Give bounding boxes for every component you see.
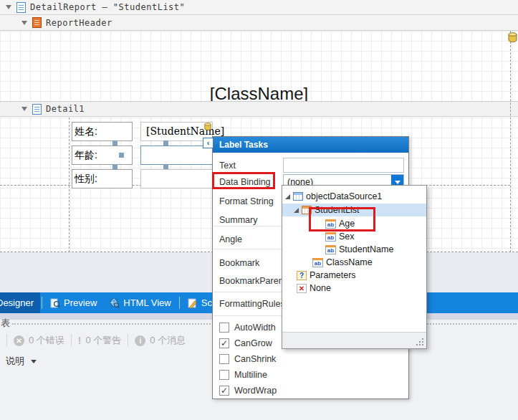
band-title: ReportHeader — [46, 18, 112, 28]
age-highlight-box — [309, 207, 375, 232]
text-label: Text — [219, 161, 236, 171]
tree-node-label: Sex — [339, 232, 355, 242]
error-list-title: 表 — [1, 317, 10, 330]
detail-band-icon — [32, 104, 42, 115]
bound-field-icon — [204, 123, 211, 130]
dropdown-footer — [282, 332, 426, 348]
sex-field-cell[interactable] — [140, 169, 213, 188]
scripts-icon — [188, 298, 198, 308]
expanded-arrow-icon[interactable] — [285, 194, 290, 199]
tree-node-label: ClassName — [326, 257, 373, 267]
expanded-arrow-icon[interactable] — [294, 208, 299, 213]
tree-node-label: objectDataSource1 — [306, 191, 382, 201]
angle-link[interactable]: Angle — [219, 234, 242, 244]
band-title: Detail1 — [46, 104, 85, 114]
chevron-down-icon — [31, 360, 37, 363]
tree-node-sex[interactable]: Sex — [325, 230, 355, 243]
sex-caption-cell[interactable]: 性别: — [72, 169, 133, 188]
report-designer-window: DetailReport — "StudentList" ReportHeade… — [0, 0, 518, 420]
checkbox-label: WordWrap — [234, 386, 277, 396]
wordwrap-option[interactable]: ✓ WordWrap — [219, 386, 277, 396]
summary-link[interactable]: Summary — [219, 215, 257, 225]
tab-html-view[interactable]: HTML View — [103, 292, 177, 313]
error-toolbar: ✕ 0 个错误 ! 0 个警告 i 0 个消息 — [0, 330, 186, 351]
description-column-header[interactable]: 说明 — [6, 355, 37, 368]
selection-handle[interactable] — [112, 164, 117, 169]
datasource-table-icon — [293, 192, 303, 201]
checkbox-label: AutoWidth — [234, 323, 276, 333]
warnings-count: 0 个警告 — [86, 334, 122, 347]
checkbox-label: Multiline — [234, 370, 267, 380]
toolbar-separator — [128, 334, 128, 347]
tree-node-label: Parameters — [310, 270, 356, 280]
tree-node-classname[interactable]: ClassName — [312, 256, 373, 269]
data-binding-dropdown: objectDataSource1 StudentList Age Sex St… — [282, 185, 427, 349]
tab-label: Designer — [0, 297, 34, 308]
errors-button[interactable]: ✕ 0 个错误 — [14, 334, 64, 347]
checkbox-label: CanShrink — [234, 354, 276, 364]
toolbar-separator — [71, 334, 72, 347]
warnings-button[interactable]: ! 0 个警告 — [78, 334, 122, 347]
band-detail-report[interactable]: DetailReport — "StudentList" — [0, 0, 518, 15]
tab-label: HTML View — [123, 297, 171, 308]
errors-count: 0 个错误 — [29, 334, 64, 347]
checkbox-label: CanGrow — [234, 338, 272, 348]
info-icon: i — [135, 335, 145, 346]
preview-icon — [50, 298, 60, 308]
smart-tag-button[interactable]: ‹ — [203, 138, 214, 148]
field-ab-icon — [312, 258, 323, 267]
tree-node-datasource[interactable]: objectDataSource1 — [285, 190, 382, 203]
autowidth-checkbox[interactable] — [219, 323, 229, 333]
messages-button[interactable]: i 0 个消息 — [135, 334, 186, 347]
report-header-surface[interactable]: [ClassName] — [0, 31, 518, 101]
format-string-link[interactable]: Format String — [219, 196, 274, 206]
warning-icon: ! — [78, 335, 82, 346]
selection-handle[interactable] — [163, 140, 168, 145]
tree-node-label: StudentName — [339, 244, 393, 254]
band-detail1[interactable]: Detail1 — [0, 101, 518, 117]
tab-separator — [179, 297, 180, 309]
canshrink-checkbox[interactable] — [219, 354, 229, 364]
bookmark-link[interactable]: Bookmark — [219, 258, 259, 268]
multiline-option[interactable]: Multiline — [219, 370, 267, 380]
collapse-arrow-icon[interactable] — [21, 21, 27, 25]
tab-designer[interactable]: Designer — [0, 292, 40, 313]
collapse-arrow-icon[interactable] — [21, 107, 27, 111]
tree-node-parameters[interactable]: Parameters — [297, 269, 356, 282]
tab-label: Preview — [64, 297, 97, 308]
cangrow-option[interactable]: ✓ CanGrow — [219, 338, 272, 348]
wordwrap-checkbox[interactable]: ✓ — [219, 386, 229, 396]
band-report-header[interactable]: ReportHeader — [0, 15, 518, 31]
tab-separator — [42, 297, 42, 309]
studentname-field-cell[interactable]: [StudentName] — [140, 122, 213, 141]
text-input[interactable] — [283, 158, 404, 173]
toolbar-separator — [6, 334, 7, 347]
selection-handle[interactable] — [119, 153, 124, 158]
report-header-band-icon — [32, 17, 42, 28]
age-field-cell-selected[interactable] — [140, 145, 213, 165]
field-ab-icon — [325, 245, 336, 254]
right-margin-guide-line — [510, 31, 511, 252]
html-view-icon — [110, 298, 120, 308]
tab-preview[interactable]: Preview — [44, 292, 103, 313]
datasource-icon — [508, 32, 517, 42]
autowidth-option[interactable]: AutoWidth — [219, 323, 276, 333]
canshrink-option[interactable]: CanShrink — [219, 354, 276, 364]
report-band-icon — [16, 2, 26, 13]
bookmark-parent-link[interactable]: BookmarkParent — [219, 276, 286, 286]
name-caption-cell[interactable]: 姓名: — [72, 122, 133, 141]
none-icon — [297, 284, 307, 293]
collapse-arrow-icon[interactable] — [6, 5, 11, 9]
resize-grip[interactable] — [422, 344, 423, 345]
label-tasks-header[interactable]: Label Tasks — [213, 137, 408, 153]
cangrow-checkbox[interactable]: ✓ — [219, 338, 229, 348]
parameters-icon — [297, 271, 307, 280]
tree-node-studentname[interactable]: StudentName — [325, 243, 393, 256]
selection-handle[interactable] — [112, 140, 117, 145]
multiline-checkbox[interactable] — [219, 370, 229, 380]
formatting-rules-link[interactable]: FormattingRules — [219, 299, 285, 309]
selection-handle[interactable] — [163, 164, 168, 169]
messages-count: 0 个消息 — [150, 334, 186, 347]
band-title: DetailReport — "StudentList" — [30, 2, 185, 12]
tree-node-none[interactable]: None — [297, 282, 331, 295]
